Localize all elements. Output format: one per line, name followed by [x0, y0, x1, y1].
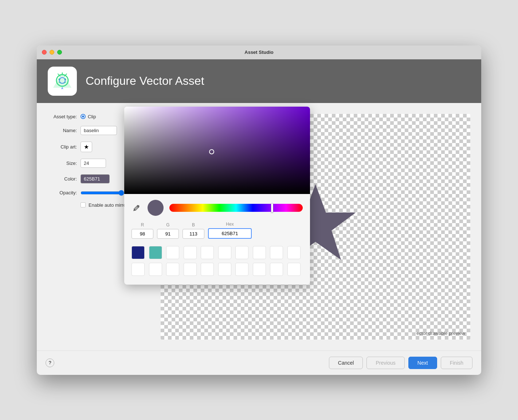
b-label: B	[192, 222, 195, 227]
r-label: R	[141, 222, 144, 227]
rgb-hex-inputs: R G B Hex	[124, 219, 310, 242]
eyedropper-icon	[133, 204, 140, 211]
swatch-2[interactable]	[149, 246, 162, 259]
hue-slider-container[interactable]	[169, 204, 303, 212]
asset-type-radio[interactable]: Clip	[81, 114, 96, 119]
page-title: Configure Vector Asset	[86, 74, 204, 88]
swatch-7[interactable]	[235, 246, 248, 259]
content-area: Asset type: Clip Name: Clip art: ★ Si	[37, 103, 481, 350]
swatch-8[interactable]	[253, 246, 266, 259]
eyedropper-button[interactable]	[132, 203, 142, 213]
swatch-16[interactable]	[218, 263, 231, 276]
name-label: Name:	[48, 128, 77, 133]
opacity-label: Opacity:	[48, 190, 77, 195]
swatch-17[interactable]	[235, 263, 248, 276]
help-icon: ?	[48, 360, 51, 365]
radio-button	[81, 114, 86, 119]
hex-label: Hex	[226, 222, 234, 227]
cancel-button[interactable]: Cancel	[329, 357, 363, 369]
finish-button[interactable]: Finish	[441, 357, 472, 369]
window-title: Asset Studio	[244, 49, 273, 55]
hex-field: Hex	[208, 222, 252, 239]
swatch-9[interactable]	[270, 246, 283, 259]
preview-label: ector drawable preview	[416, 330, 465, 336]
g-field: G	[157, 222, 179, 239]
swatch-14[interactable]	[184, 263, 197, 276]
b-field: B	[183, 222, 204, 239]
svg-text:A: A	[61, 87, 63, 90]
close-button[interactable]	[42, 50, 47, 55]
name-input[interactable]	[81, 126, 117, 135]
size-label: Size:	[48, 161, 77, 166]
r-field: R	[132, 222, 153, 239]
maximize-button[interactable]	[57, 50, 62, 55]
auto-mirror-label: Enable auto mirro	[89, 202, 126, 208]
swatch-12[interactable]	[149, 263, 162, 276]
color-swatch[interactable]: 625B71	[81, 174, 110, 183]
help-button[interactable]: ?	[46, 358, 54, 367]
next-button[interactable]: Next	[408, 357, 437, 369]
color-picker-overlay: R G B Hex	[124, 107, 310, 285]
header: A Configure Vector Asset	[37, 59, 481, 103]
hex-input[interactable]	[208, 228, 252, 239]
star-icon: ★	[84, 143, 89, 150]
swatch-13[interactable]	[166, 263, 179, 276]
swatch-18[interactable]	[253, 263, 266, 276]
auto-mirror-checkbox[interactable]	[81, 202, 86, 207]
size-input[interactable]	[81, 159, 106, 168]
color-label: Color:	[48, 176, 77, 182]
color-preview-circle	[148, 200, 164, 216]
swatch-6[interactable]	[218, 246, 231, 259]
picker-controls	[124, 194, 310, 219]
previous-button[interactable]: Previous	[366, 357, 404, 369]
asset-type-value: Clip	[88, 114, 96, 119]
swatches-row2	[124, 263, 310, 277]
clip-art-label: Clip art:	[48, 144, 77, 150]
gradient-picker[interactable]	[124, 107, 310, 194]
g-label: G	[166, 222, 169, 227]
android-studio-icon: A	[51, 70, 73, 92]
swatch-11[interactable]	[132, 263, 145, 276]
b-input[interactable]	[183, 229, 204, 239]
g-input[interactable]	[157, 229, 179, 239]
swatches-row1	[124, 242, 310, 263]
footer: ? Cancel Previous Next Finish	[37, 350, 481, 375]
swatch-4[interactable]	[184, 246, 197, 259]
main-window: Asset Studio A Configure Vector Asset As	[37, 45, 481, 375]
swatch-20[interactable]	[287, 263, 301, 276]
opacity-slider[interactable]	[81, 190, 124, 196]
hue-slider[interactable]	[169, 204, 303, 212]
app-logo: A	[48, 67, 77, 96]
asset-type-label: Asset type:	[48, 114, 77, 119]
swatch-3[interactable]	[166, 246, 179, 259]
swatch-19[interactable]	[270, 263, 283, 276]
hue-thumb	[271, 203, 273, 213]
swatch-10[interactable]	[287, 246, 301, 259]
r-input[interactable]	[132, 229, 153, 239]
traffic-lights	[42, 50, 62, 55]
title-bar: Asset Studio	[37, 45, 481, 59]
minimize-button[interactable]	[50, 50, 54, 55]
clip-art-button[interactable]: ★	[81, 142, 92, 152]
swatch-15[interactable]	[201, 263, 214, 276]
swatch-1[interactable]	[132, 246, 145, 259]
swatch-5[interactable]	[201, 246, 214, 259]
